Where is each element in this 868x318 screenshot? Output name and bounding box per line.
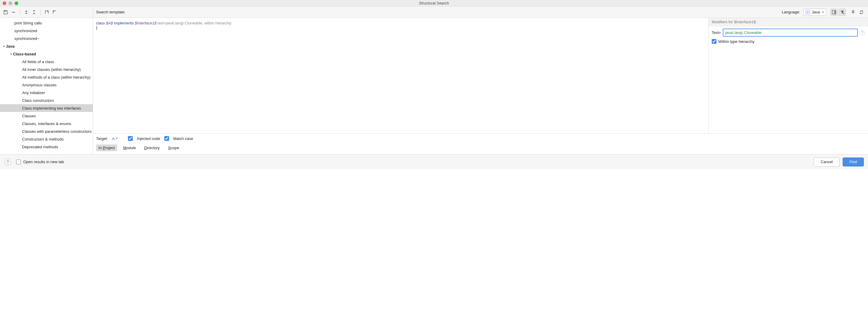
cancel-button[interactable]: Cancel [814,157,839,167]
scope-tabs: In Project Module Directory Scope [96,144,865,151]
content-area: class $A$ implements $Interface1$ text=j… [93,18,868,154]
tab-module[interactable]: Module [121,144,138,151]
tree-item[interactable]: print String calls [0,19,93,27]
svg-rect-0 [4,10,6,12]
help-icon[interactable]: ? [860,30,865,35]
within-hierarchy-label: Within type hierarchy [718,39,754,44]
tree-item[interactable]: Anonymous classes [0,81,93,89]
options-row: Target: A Injected code Match case [96,136,865,141]
separator [20,9,20,15]
tree-item[interactable]: Classes [0,112,93,120]
editor-keyword: class [96,21,105,25]
window-title: Structural Search [0,1,868,5]
remove-template-icon[interactable] [10,9,17,15]
tab-directory[interactable]: Directory [142,144,162,151]
help-button[interactable]: ? [4,158,11,166]
modifier-text-row: Text= ? [712,29,865,37]
java-file-icon: J [805,10,810,14]
match-case-label: Match case [173,136,193,141]
target-select[interactable]: A [112,136,118,141]
tree-group-java[interactable]: ▾Java [0,42,93,50]
svg-rect-3 [834,10,836,14]
language-select[interactable]: J Java [803,9,826,16]
titlebar: Structural Search [0,0,868,6]
search-template-label: Search template: [96,10,125,14]
editor-keyword: implements [114,21,134,25]
tree-group-class-based[interactable]: ▾Class-based [0,50,93,58]
tree-item[interactable]: Classes with parameterless constructors [0,128,93,135]
templates-tree[interactable]: print String calls synchronized synchron… [0,18,93,151]
footer: ? Open results in new tab Cancel Find [0,154,868,169]
find-button[interactable]: Find [843,157,864,167]
modifier-hierarchy-row: Within type hierarchy [712,39,865,44]
filter-button[interactable] [839,9,846,16]
open-new-tab-checkbox[interactable] [16,160,21,164]
text-modifier-input[interactable] [723,29,858,37]
tree-item[interactable]: synchronized~ [0,35,93,42]
toggle-modifiers-panel-button[interactable] [830,9,838,16]
tree-item[interactable]: Constructors & methods [0,135,93,143]
export-icon[interactable] [43,9,50,15]
editor-text: } [96,25,707,30]
modifiers-header: Modifiers for $Interface1$: [709,18,868,26]
chevron-down-icon: ▾ [2,45,6,48]
main-area: print String calls synchronized synchron… [0,18,868,154]
modifiers-panel: Modifiers for $Interface1$: Text= ? With… [708,18,868,133]
tree-item[interactable]: Class constructors [0,97,93,104]
tree-item[interactable]: synchronized [0,27,93,35]
chevron-down-icon: ▾ [9,52,13,56]
open-new-tab-label: Open results in new tab [23,160,64,164]
right-toolbar: Language: J Java [782,6,868,17]
text-modifier-label: Text= [712,30,721,35]
templates-toolbar [0,6,93,17]
tree-item[interactable]: Classes, interfaces & enums [0,120,93,128]
tree-item[interactable]: Deprecated methods [0,143,93,151]
svg-rect-1 [12,12,15,12]
collapse-all-icon[interactable] [31,9,37,15]
language-label: Language: [782,10,800,14]
match-case-checkbox[interactable] [164,136,169,141]
tree-item-selected[interactable]: Class implementing two interfaces [0,104,93,112]
editor-inlay-hint: text=java\.lang\.Cloneable, within hiera… [157,21,231,25]
editor-variable: $A$ [106,21,113,25]
language-value: Java [812,10,820,14]
upper-pane: class $A$ implements $Interface1$ text=j… [93,18,868,134]
injected-code-label: Injected code [137,136,160,141]
tab-scope[interactable]: Scope [166,144,182,151]
open-new-tab-option: Open results in new tab [16,160,64,164]
tab-in-project[interactable]: In Project [96,144,117,151]
within-hierarchy-checkbox[interactable] [712,39,716,44]
tree-item[interactable]: All fields of a class [0,58,93,66]
target-label: Target: [96,136,108,141]
editor-variable: $Interface1$ [135,21,156,25]
templates-sidebar: print String calls synchronized synchron… [0,18,93,154]
tree-item[interactable]: Any initializer [0,89,93,97]
pin-icon[interactable] [849,9,857,16]
import-icon[interactable] [51,9,58,15]
svg-point-4 [843,13,844,14]
center-toolbar: Search template: [93,10,782,14]
refresh-icon[interactable] [858,9,865,16]
chevron-down-icon [822,11,824,13]
tree-item[interactable]: All inner classes (within hierarchy) [0,66,93,73]
expand-all-icon[interactable] [23,9,30,15]
tree-item[interactable]: All methods of a class (within hierarchy… [0,73,93,81]
chevron-down-icon [116,137,118,140]
template-editor[interactable]: class $A$ implements $Interface1$ text=j… [93,18,708,133]
injected-code-checkbox[interactable] [128,136,133,141]
lower-pane: Target: A Injected code Match case In Pr… [93,134,868,154]
save-template-icon[interactable] [2,9,9,15]
toolbar: Search template: Language: J Java [0,6,868,18]
